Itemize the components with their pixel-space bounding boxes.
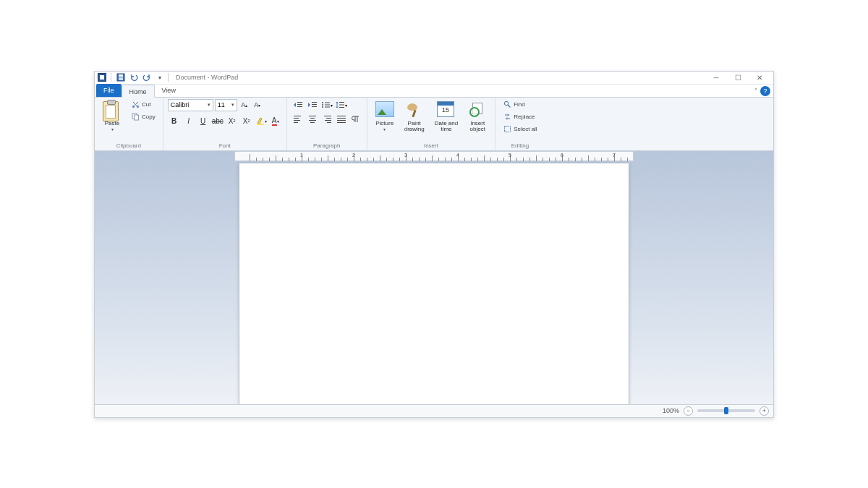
increase-indent-button[interactable] bbox=[306, 99, 319, 111]
close-button[interactable]: ✕ bbox=[749, 71, 770, 84]
italic-button[interactable]: I bbox=[182, 115, 195, 127]
select-all-button[interactable]: Select all bbox=[500, 124, 540, 135]
paint-icon bbox=[405, 101, 422, 119]
datetime-icon bbox=[437, 101, 454, 117]
svg-line-24 bbox=[508, 105, 511, 108]
insert-object-button[interactable]: Insert object bbox=[464, 99, 490, 140]
group-label-editing: Editing bbox=[500, 142, 540, 149]
select-all-label: Select all bbox=[514, 126, 537, 132]
grow-font-button[interactable]: A▴ bbox=[239, 100, 250, 111]
horizontal-ruler[interactable]: 1234567 bbox=[234, 151, 634, 161]
document-page[interactable] bbox=[239, 163, 629, 404]
svg-rect-11 bbox=[312, 102, 317, 103]
group-label-clipboard: Clipboard bbox=[99, 142, 158, 149]
qat-customize-icon[interactable]: ▾ bbox=[155, 72, 165, 82]
svg-rect-13 bbox=[312, 106, 317, 107]
svg-rect-17 bbox=[325, 103, 330, 103]
save-icon[interactable] bbox=[116, 72, 126, 82]
replace-label: Replace bbox=[514, 114, 535, 120]
datetime-button[interactable]: Date and time bbox=[431, 99, 461, 140]
font-family-value: Calibri bbox=[171, 101, 205, 108]
find-label: Find bbox=[514, 101, 525, 108]
group-font: Calibri▾ 11▾ A▴ A▾ B I U abc X2 X2 ▾ A▾ … bbox=[163, 98, 287, 150]
select-all-icon bbox=[503, 125, 511, 134]
svg-rect-2 bbox=[119, 77, 123, 80]
shrink-font-button[interactable]: A▾ bbox=[252, 100, 263, 111]
picture-button[interactable]: Picture ▾ bbox=[372, 99, 398, 140]
group-paragraph: ▾ ▾ Paragraph bbox=[287, 98, 367, 150]
ribbon: Paste ▾ Cut Copy Clipboard bbox=[95, 98, 773, 151]
svg-point-23 bbox=[504, 101, 508, 105]
paste-button[interactable]: Paste ▾ bbox=[99, 99, 125, 140]
highlight-button[interactable]: ▾ bbox=[255, 115, 268, 127]
zoom-out-button[interactable]: − bbox=[684, 406, 693, 416]
paint-label: Paint drawing bbox=[404, 121, 425, 133]
ribbon-tabs: File Home View ˄ ? bbox=[95, 85, 773, 98]
svg-rect-18 bbox=[325, 105, 330, 106]
svg-rect-20 bbox=[339, 102, 344, 103]
title-separator bbox=[168, 73, 169, 82]
svg-point-16 bbox=[322, 106, 323, 108]
decrease-indent-button[interactable] bbox=[292, 99, 305, 111]
paint-drawing-button[interactable]: Paint drawing bbox=[401, 99, 428, 140]
redo-icon[interactable] bbox=[142, 72, 152, 82]
bullets-button[interactable]: ▾ bbox=[320, 99, 333, 111]
svg-rect-1 bbox=[119, 74, 123, 77]
copy-icon bbox=[131, 113, 140, 121]
tab-view[interactable]: View bbox=[155, 84, 183, 97]
svg-rect-9 bbox=[297, 104, 302, 105]
zoom-in-button[interactable]: + bbox=[760, 406, 769, 416]
font-size-combo[interactable]: 11▾ bbox=[215, 99, 237, 111]
minimize-button[interactable]: ─ bbox=[705, 71, 727, 84]
paragraph-dialog-button[interactable] bbox=[349, 114, 362, 126]
help-icon[interactable]: ? bbox=[760, 86, 770, 96]
replace-button[interactable]: Replace bbox=[500, 111, 540, 123]
bold-button[interactable]: B bbox=[168, 115, 181, 127]
quick-access-toolbar: ▾ bbox=[98, 72, 165, 82]
zoom-slider-thumb[interactable] bbox=[724, 407, 728, 414]
picture-label: Picture bbox=[375, 121, 393, 127]
group-label-paragraph: Paragraph bbox=[292, 142, 362, 149]
app-icon[interactable] bbox=[98, 73, 106, 82]
cut-button[interactable]: Cut bbox=[128, 99, 158, 111]
object-icon bbox=[468, 101, 485, 117]
zoom-slider[interactable] bbox=[697, 409, 755, 412]
group-insert: Picture ▾ Paint drawing Date and time In… bbox=[367, 98, 495, 150]
subscript-button[interactable]: X2 bbox=[226, 115, 239, 127]
group-clipboard: Paste ▾ Cut Copy Clipboard bbox=[95, 98, 163, 150]
undo-icon[interactable] bbox=[129, 72, 139, 82]
align-justify-button[interactable] bbox=[335, 114, 348, 126]
align-right-button[interactable] bbox=[320, 114, 333, 126]
svg-rect-25 bbox=[504, 127, 510, 132]
line-spacing-button[interactable]: ▾ bbox=[335, 99, 348, 111]
datetime-label: Date and time bbox=[435, 121, 458, 133]
font-family-combo[interactable]: Calibri▾ bbox=[168, 99, 213, 111]
svg-rect-10 bbox=[297, 106, 302, 107]
svg-point-14 bbox=[322, 102, 323, 103]
svg-rect-12 bbox=[312, 104, 317, 105]
window-title: Document - WordPad bbox=[176, 74, 238, 81]
cut-icon bbox=[131, 100, 140, 109]
svg-rect-19 bbox=[325, 107, 330, 108]
paste-icon bbox=[103, 101, 119, 121]
title-bar: ▾ Document - WordPad ─ ☐ ✕ bbox=[95, 72, 773, 85]
object-label: Insert object bbox=[469, 121, 485, 133]
replace-icon bbox=[503, 113, 511, 121]
underline-button[interactable]: U bbox=[197, 115, 210, 127]
align-center-button[interactable] bbox=[306, 114, 319, 126]
wordpad-window: ▾ Document - WordPad ─ ☐ ✕ File Home Vie… bbox=[94, 71, 774, 418]
find-icon bbox=[503, 100, 511, 109]
maximize-button[interactable]: ☐ bbox=[727, 71, 749, 84]
find-button[interactable]: Find bbox=[500, 99, 540, 111]
tab-home[interactable]: Home bbox=[122, 85, 155, 98]
ribbon-collapse-icon[interactable]: ˄ bbox=[754, 87, 757, 94]
superscript-button[interactable]: X2 bbox=[240, 115, 253, 127]
align-left-button[interactable] bbox=[292, 114, 305, 126]
svg-rect-22 bbox=[339, 107, 344, 108]
font-color-button[interactable]: A▾ bbox=[269, 115, 282, 127]
strikethrough-button[interactable]: abc bbox=[211, 115, 224, 127]
svg-rect-7 bbox=[257, 124, 264, 125]
copy-button[interactable]: Copy bbox=[128, 111, 158, 123]
window-controls: ─ ☐ ✕ bbox=[705, 71, 770, 84]
tab-file[interactable]: File bbox=[96, 84, 122, 97]
